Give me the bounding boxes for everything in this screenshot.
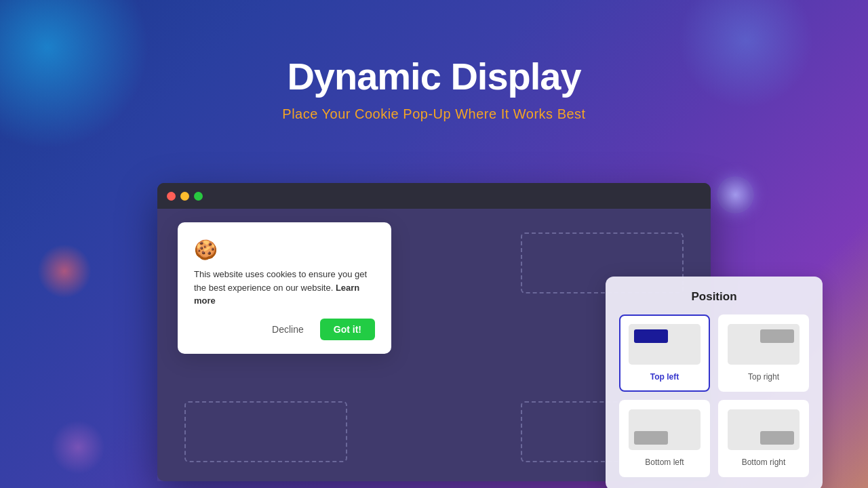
- cookie-popup: 🍪 This website uses cookies to ensure yo…: [178, 222, 391, 354]
- pos-indicator-bottom-left: [634, 431, 668, 445]
- traffic-light-green[interactable]: [194, 192, 203, 201]
- pos-indicator-bottom-right: [760, 431, 794, 445]
- traffic-light-yellow[interactable]: [180, 192, 189, 201]
- pos-preview-top-left: [629, 324, 701, 365]
- browser-titlebar: [157, 183, 711, 209]
- bg-blob-midright: [51, 420, 105, 474]
- bg-orb: [717, 176, 754, 214]
- position-grid: Top left Top right Bottom left: [619, 314, 809, 477]
- position-option-bottom-right[interactable]: Bottom right: [718, 400, 809, 477]
- cookie-text: This website uses cookies to ensure you …: [194, 268, 375, 308]
- pos-preview-top-right: [728, 324, 800, 365]
- pos-indicator-top-right: [760, 329, 794, 343]
- pos-preview-bottom-right: [728, 409, 800, 450]
- position-panel: Position Top left Top right: [606, 277, 823, 488]
- header: Dynamic Display Place Your Cookie Pop-Up…: [0, 0, 868, 122]
- placeholder-bottom-left: [184, 401, 347, 462]
- cookie-buttons: Decline Got it!: [194, 319, 375, 340]
- browser-content: 🍪 This website uses cookies to ensure yo…: [157, 209, 711, 481]
- page-subtitle: Place Your Cookie Pop-Up Where It Works …: [0, 106, 868, 122]
- pos-label-bottom-left: Bottom left: [645, 458, 684, 467]
- browser-mockup: 🍪 This website uses cookies to ensure yo…: [157, 183, 711, 481]
- page-title: Dynamic Display: [0, 54, 868, 98]
- pos-label-top-right: Top right: [748, 372, 779, 382]
- traffic-light-red[interactable]: [167, 192, 176, 201]
- decline-button[interactable]: Decline: [262, 319, 313, 340]
- pos-preview-bottom-left: [629, 409, 701, 450]
- position-option-top-right[interactable]: Top right: [718, 314, 809, 392]
- position-option-bottom-left[interactable]: Bottom left: [619, 400, 710, 477]
- position-panel-title: Position: [619, 290, 809, 304]
- pos-label-bottom-right: Bottom right: [742, 458, 786, 467]
- bg-blob-midleft: [37, 244, 92, 298]
- gotit-button[interactable]: Got it!: [320, 319, 375, 340]
- pos-label-top-left: Top left: [650, 372, 679, 382]
- cookie-icon: 🍪: [194, 239, 375, 261]
- position-option-top-left[interactable]: Top left: [619, 314, 710, 392]
- pos-indicator-top-left: [634, 329, 668, 343]
